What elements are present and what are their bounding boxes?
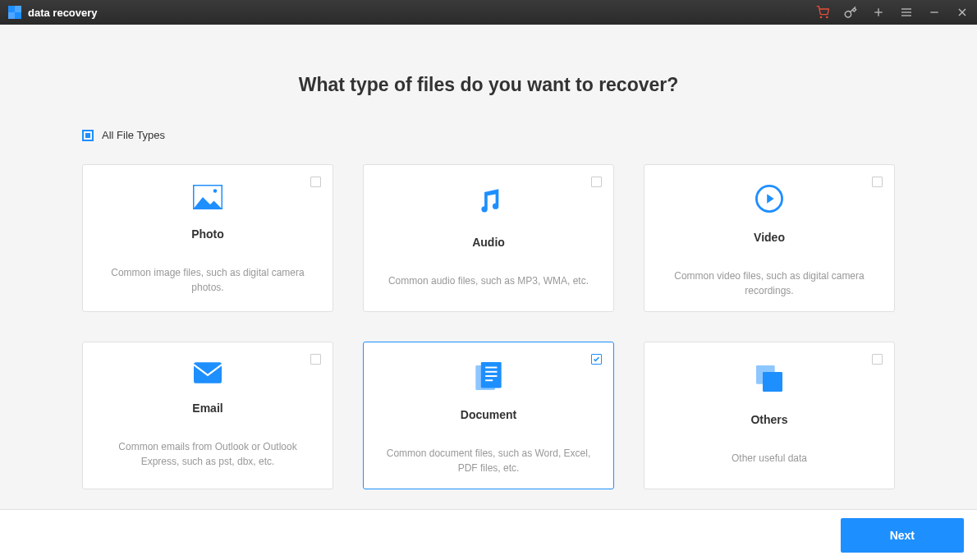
next-button[interactable]: Next <box>841 518 964 553</box>
footer: Next <box>0 509 977 560</box>
checkbox-indeterminate-icon <box>85 133 90 138</box>
email-icon <box>191 362 224 383</box>
others-icon <box>753 362 786 395</box>
card-desc: Other useful data <box>732 451 807 466</box>
photo-icon <box>191 185 224 209</box>
svg-rect-16 <box>481 362 502 388</box>
card-title: Video <box>754 231 785 244</box>
card-title: Photo <box>191 227 224 241</box>
app-logo-icon <box>8 6 21 19</box>
card-checkbox[interactable] <box>591 177 602 187</box>
all-file-types-row[interactable]: All File Types <box>82 129 895 141</box>
svg-point-1 <box>827 16 828 17</box>
svg-point-0 <box>820 16 821 17</box>
svg-marker-13 <box>767 194 774 203</box>
card-video[interactable]: Video Common video files, such as digita… <box>644 164 895 312</box>
video-icon <box>753 185 786 213</box>
titlebar-left: data recovery <box>8 6 98 19</box>
main-content: What type of files do you want to recove… <box>0 25 977 489</box>
card-desc: Common document files, such as Word, Exc… <box>380 446 597 475</box>
card-others[interactable]: Others Other useful data <box>644 342 895 489</box>
card-audio[interactable]: Audio Common audio files, such as MP3, W… <box>363 164 614 312</box>
card-checkbox[interactable] <box>872 354 883 365</box>
card-desc: Common video files, such as digital came… <box>661 269 878 298</box>
card-email[interactable]: Email Common emails from Outlook or Outl… <box>82 342 333 489</box>
card-title: Email <box>192 402 222 415</box>
card-checkbox[interactable] <box>310 177 321 187</box>
card-title: Document <box>461 408 516 421</box>
all-file-types-checkbox[interactable] <box>82 130 94 141</box>
card-checkbox[interactable] <box>310 354 321 365</box>
card-title: Audio <box>472 236 505 249</box>
card-checkbox[interactable] <box>591 354 602 365</box>
menu-icon[interactable] <box>900 6 913 19</box>
cart-icon[interactable] <box>816 6 829 19</box>
svg-point-11 <box>213 189 218 193</box>
key-icon[interactable] <box>844 6 857 19</box>
app-title: data recovery <box>28 7 98 19</box>
minimize-icon[interactable] <box>928 6 941 19</box>
card-document[interactable]: Document Common document files, such as … <box>363 342 614 489</box>
file-type-grid: Photo Common image files, such as digita… <box>82 164 895 489</box>
card-desc: Common audio files, such as MP3, WMA, et… <box>388 273 589 288</box>
audio-icon <box>472 185 505 218</box>
close-icon[interactable] <box>956 6 969 19</box>
page-heading: What type of files do you want to recove… <box>82 74 895 96</box>
document-icon <box>472 362 505 390</box>
titlebar: data recovery <box>0 0 977 25</box>
plus-icon[interactable] <box>872 6 885 19</box>
all-file-types-label: All File Types <box>102 129 165 141</box>
card-photo[interactable]: Photo Common image files, such as digita… <box>82 164 333 312</box>
svg-rect-14 <box>194 362 222 383</box>
svg-rect-22 <box>763 372 782 392</box>
card-checkbox[interactable] <box>872 177 883 187</box>
card-title: Others <box>750 413 787 426</box>
titlebar-right <box>816 6 969 19</box>
card-desc: Common emails from Outlook or Outlook Ex… <box>99 439 316 469</box>
card-desc: Common image files, such as digital came… <box>99 265 316 295</box>
